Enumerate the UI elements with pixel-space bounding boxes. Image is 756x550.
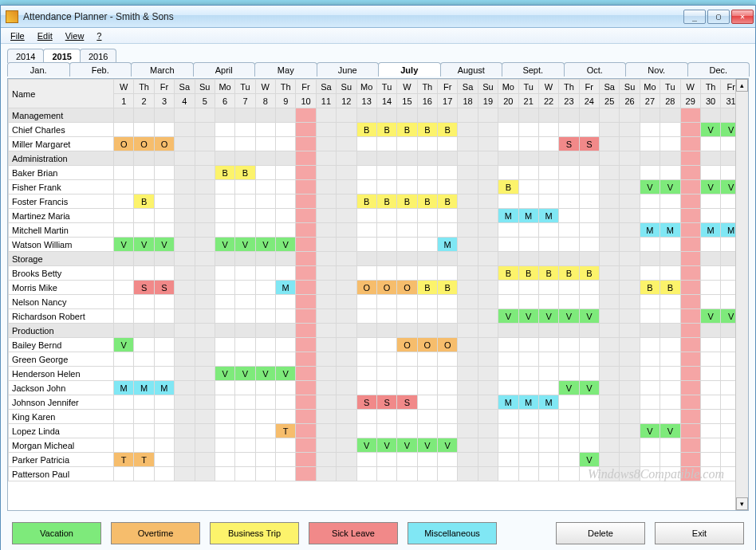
- day-cell[interactable]: V: [215, 367, 234, 381]
- month-tab-jan[interactable]: Jan.: [7, 62, 70, 77]
- day-cell[interactable]: [620, 438, 640, 453]
- day-cell[interactable]: [376, 295, 396, 309]
- day-cell[interactable]: [559, 338, 579, 352]
- day-cell[interactable]: [559, 424, 579, 438]
- day-cell[interactable]: [235, 281, 255, 295]
- day-cell[interactable]: [620, 137, 640, 151]
- name-cell[interactable]: Brooks Betty: [9, 266, 114, 281]
- day-cell[interactable]: [114, 108, 134, 123]
- day-cell[interactable]: [134, 151, 154, 166]
- month-tab-oct[interactable]: Oct.: [564, 62, 627, 77]
- day-cell[interactable]: [154, 410, 174, 424]
- day-cell[interactable]: [195, 137, 215, 151]
- day-cell[interactable]: [154, 209, 174, 223]
- day-cell[interactable]: [175, 252, 195, 266]
- sick-leave-button[interactable]: Sick Leave: [309, 522, 398, 544]
- day-cell[interactable]: [660, 238, 680, 252]
- name-cell[interactable]: Fisher Frank: [9, 180, 114, 194]
- name-cell[interactable]: Morgan Micheal: [9, 438, 114, 453]
- year-tab-2016[interactable]: 2016: [80, 49, 116, 63]
- day-cell[interactable]: [255, 180, 275, 194]
- day-cell[interactable]: [276, 108, 296, 123]
- day-cell[interactable]: [276, 438, 296, 453]
- day-cell[interactable]: [559, 108, 579, 123]
- day-cell[interactable]: V: [721, 123, 735, 137]
- day-cell[interactable]: [235, 395, 255, 410]
- day-cell[interactable]: S: [397, 395, 417, 410]
- day-cell[interactable]: [114, 367, 134, 381]
- day-cell[interactable]: [195, 410, 215, 424]
- day-cell[interactable]: [195, 281, 215, 295]
- day-cell[interactable]: [458, 180, 478, 194]
- day-cell[interactable]: [417, 424, 437, 438]
- day-cell[interactable]: O: [438, 338, 458, 352]
- day-cell[interactable]: [680, 453, 700, 467]
- day-cell[interactable]: [680, 352, 700, 367]
- month-tab-sept[interactable]: Sept.: [502, 62, 565, 77]
- day-cell[interactable]: [518, 352, 538, 367]
- day-cell[interactable]: [700, 194, 720, 209]
- day-cell[interactable]: [518, 166, 538, 180]
- day-cell[interactable]: [640, 395, 660, 410]
- day-cell[interactable]: [235, 381, 255, 395]
- day-cell[interactable]: [417, 266, 437, 281]
- day-cell[interactable]: S: [376, 395, 396, 410]
- day-cell[interactable]: [620, 295, 640, 309]
- name-cell[interactable]: King Karen: [9, 410, 114, 424]
- day-cell[interactable]: [397, 108, 417, 123]
- day-cell[interactable]: [438, 180, 458, 194]
- day-cell[interactable]: [296, 108, 316, 123]
- day-cell[interactable]: [458, 467, 478, 481]
- day-cell[interactable]: [438, 395, 458, 410]
- day-cell[interactable]: [114, 281, 134, 295]
- day-cell[interactable]: V: [660, 180, 680, 194]
- day-cell[interactable]: [296, 381, 316, 395]
- day-cell[interactable]: [255, 424, 275, 438]
- day-cell[interactable]: B: [376, 123, 396, 137]
- day-cell[interactable]: [579, 395, 599, 410]
- day-cell[interactable]: [700, 324, 720, 338]
- day-cell[interactable]: [640, 453, 660, 467]
- day-cell[interactable]: B: [660, 281, 680, 295]
- day-cell[interactable]: [114, 209, 134, 223]
- day-cell[interactable]: [376, 467, 396, 481]
- day-cell[interactable]: V: [660, 424, 680, 438]
- day-cell[interactable]: [620, 467, 640, 481]
- day-cell[interactable]: [721, 338, 735, 352]
- day-cell[interactable]: [235, 180, 255, 194]
- day-cell[interactable]: [680, 238, 700, 252]
- vacation-button[interactable]: Vacation: [12, 522, 101, 544]
- exit-button[interactable]: Exit: [655, 522, 744, 544]
- day-cell[interactable]: [498, 108, 518, 123]
- day-cell[interactable]: [721, 238, 735, 252]
- day-cell[interactable]: [700, 338, 720, 352]
- day-cell[interactable]: [721, 438, 735, 453]
- day-cell[interactable]: [175, 194, 195, 209]
- day-cell[interactable]: [154, 295, 174, 309]
- day-cell[interactable]: [154, 395, 174, 410]
- day-cell[interactable]: O: [356, 281, 376, 295]
- day-cell[interactable]: [458, 295, 478, 309]
- day-cell[interactable]: B: [376, 194, 396, 209]
- day-cell[interactable]: [175, 367, 195, 381]
- day-cell[interactable]: [316, 424, 336, 438]
- day-cell[interactable]: [134, 367, 154, 381]
- day-cell[interactable]: S: [559, 137, 579, 151]
- day-cell[interactable]: [276, 151, 296, 166]
- day-cell[interactable]: [337, 194, 356, 209]
- day-cell[interactable]: [195, 324, 215, 338]
- day-cell[interactable]: [478, 352, 498, 367]
- day-cell[interactable]: [235, 137, 255, 151]
- day-cell[interactable]: [620, 180, 640, 194]
- day-cell[interactable]: [660, 352, 680, 367]
- day-cell[interactable]: [498, 410, 518, 424]
- day-cell[interactable]: [700, 108, 720, 123]
- day-cell[interactable]: [397, 381, 417, 395]
- day-cell[interactable]: [356, 352, 376, 367]
- day-cell[interactable]: [438, 209, 458, 223]
- day-cell[interactable]: [175, 438, 195, 453]
- day-cell[interactable]: [397, 137, 417, 151]
- day-cell[interactable]: [195, 166, 215, 180]
- day-cell[interactable]: [579, 281, 599, 295]
- day-cell[interactable]: [721, 367, 735, 381]
